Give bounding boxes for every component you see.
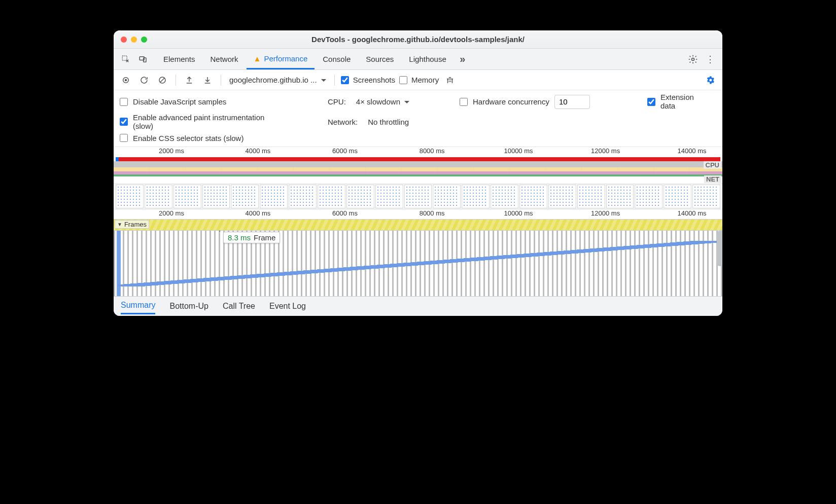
- garbage-collect-icon[interactable]: [443, 73, 457, 87]
- frames-bars[interactable]: 8.3 ms Frame: [114, 231, 722, 297]
- tab-label: Console: [323, 55, 351, 63]
- tab-performance[interactable]: ▲ Performance: [247, 49, 315, 69]
- disable-js-samples-input[interactable]: [120, 98, 128, 106]
- flamechart-pane[interactable]: 2000 ms 4000 ms 6000 ms 8000 ms 10000 ms…: [114, 209, 722, 297]
- filmstrip-thumb[interactable]: [491, 185, 518, 208]
- memory-checkbox-input[interactable]: [399, 76, 407, 84]
- filmstrip-thumb[interactable]: [404, 185, 432, 208]
- kebab-menu-icon[interactable]: ⋮: [702, 51, 718, 67]
- checkbox-label: Screenshots: [353, 76, 395, 84]
- more-tabs-button[interactable]: »: [455, 51, 471, 67]
- settings-icon[interactable]: [685, 51, 701, 67]
- tab-summary[interactable]: Summary: [121, 298, 155, 314]
- frames-track-toggle[interactable]: Frames: [115, 220, 149, 229]
- overview-fps-bar: [119, 157, 720, 161]
- tab-label: Event Log: [269, 302, 306, 310]
- tab-console[interactable]: Console: [316, 49, 358, 69]
- network-value: No throttling: [368, 118, 409, 126]
- reload-record-button[interactable]: [137, 73, 151, 87]
- overview-pane[interactable]: 2000 ms 4000 ms 6000 ms 8000 ms 10000 ms…: [114, 147, 722, 209]
- profile-selector-dropdown[interactable]: googlechrome.github.io ...: [227, 75, 328, 85]
- filmstrip-thumb[interactable]: [318, 185, 345, 208]
- network-throttle: Network: No throttling: [328, 118, 647, 126]
- extension-data-checkbox[interactable]: Extension data: [647, 93, 716, 110]
- disable-js-samples-checkbox[interactable]: Disable JavaScript samples: [120, 97, 328, 106]
- clear-button[interactable]: [155, 73, 169, 87]
- device-toolbar-icon[interactable]: [135, 51, 151, 67]
- window-title: DevTools - googlechrome.github.io/devtoo…: [114, 35, 722, 44]
- overview-filmstrip[interactable]: [114, 184, 722, 209]
- dropdown-label: googlechrome.github.io ...: [229, 76, 317, 84]
- hardware-concurrency-input[interactable]: [460, 98, 468, 106]
- cpu-label: CPU:: [328, 97, 346, 106]
- frames-track[interactable]: Frames: [114, 220, 722, 231]
- cpu-throttle-dropdown[interactable]: 4× slowdown: [354, 96, 411, 107]
- warning-icon: ▲: [254, 54, 261, 63]
- screenshots-checkbox-input[interactable]: [341, 76, 349, 84]
- filmstrip-thumb[interactable]: [577, 185, 605, 208]
- checkbox-label: Enable advanced paint instrumentation (s…: [133, 113, 265, 131]
- memory-checkbox[interactable]: Memory: [399, 76, 439, 84]
- tab-lighthouse[interactable]: Lighthouse: [402, 49, 453, 69]
- filmstrip-thumb[interactable]: [692, 185, 720, 208]
- panel-tabbar: Elements Network ▲ Performance Console S…: [114, 49, 722, 70]
- tab-label: Elements: [163, 55, 195, 63]
- checkbox-label: Extension data: [660, 93, 706, 110]
- ruler-tick: 6000 ms: [332, 147, 358, 155]
- zoom-window-button[interactable]: [141, 37, 147, 43]
- filmstrip-thumb[interactable]: [231, 185, 259, 208]
- hardware-concurrency-checkbox[interactable]: Hardware concurrency: [460, 95, 647, 109]
- css-selector-input[interactable]: [120, 134, 128, 142]
- extension-data-input[interactable]: [647, 98, 655, 106]
- adv-paint-input[interactable]: [120, 118, 128, 126]
- minimize-window-button[interactable]: [131, 37, 137, 43]
- tab-network[interactable]: Network: [203, 49, 246, 69]
- checkbox-label: Hardware concurrency: [473, 97, 549, 106]
- dropdown-label: 4× slowdown: [356, 97, 400, 106]
- filmstrip-thumb[interactable]: [173, 185, 201, 208]
- tooltip-label: Frame: [254, 233, 275, 242]
- filmstrip-thumb[interactable]: [519, 185, 547, 208]
- capture-settings-icon[interactable]: [703, 73, 717, 87]
- ruler-tick: 6000 ms: [332, 209, 358, 217]
- filmstrip-thumb[interactable]: [260, 185, 288, 208]
- filmstrip-thumb[interactable]: [548, 185, 576, 208]
- tab-elements[interactable]: Elements: [156, 49, 202, 69]
- tab-sources[interactable]: Sources: [359, 49, 401, 69]
- filmstrip-thumb[interactable]: [635, 185, 663, 208]
- css-selector-checkbox[interactable]: Enable CSS selector stats (slow): [120, 134, 328, 142]
- adv-paint-checkbox[interactable]: Enable advanced paint instrumentation (s…: [120, 113, 328, 131]
- ruler-tick: 12000 ms: [591, 209, 620, 217]
- screenshots-checkbox[interactable]: Screenshots: [341, 76, 395, 84]
- record-button[interactable]: [119, 73, 133, 87]
- close-window-button[interactable]: [121, 37, 127, 43]
- tab-event-log[interactable]: Event Log: [269, 299, 306, 314]
- flame-scrollbar[interactable]: [717, 231, 722, 266]
- tab-label: Bottom-Up: [169, 302, 208, 310]
- filmstrip-thumb[interactable]: [433, 185, 461, 208]
- ruler-tick: 10000 ms: [504, 147, 533, 155]
- filmstrip-thumb[interactable]: [145, 185, 172, 208]
- filmstrip-thumb[interactable]: [346, 185, 374, 208]
- flame-ruler[interactable]: 2000 ms 4000 ms 6000 ms 8000 ms 10000 ms…: [114, 209, 722, 220]
- net-lane-label: NET: [704, 175, 721, 183]
- filmstrip-thumb[interactable]: [202, 185, 230, 208]
- upload-profile-button[interactable]: [182, 73, 196, 87]
- ruler-tick: 4000 ms: [245, 209, 270, 217]
- filmstrip-thumb[interactable]: [664, 185, 691, 208]
- inspect-element-icon[interactable]: [118, 51, 134, 67]
- traffic-lights: [121, 37, 147, 43]
- ruler-tick: 12000 ms: [591, 147, 620, 155]
- filmstrip-thumb[interactable]: [462, 185, 490, 208]
- perf-toolbar: googlechrome.github.io ... Screenshots M…: [114, 70, 722, 90]
- filmstrip-thumb[interactable]: [375, 185, 403, 208]
- filmstrip-thumb[interactable]: [116, 185, 144, 208]
- filmstrip-thumb[interactable]: [289, 185, 317, 208]
- download-profile-button[interactable]: [200, 73, 215, 87]
- tab-call-tree[interactable]: Call Tree: [223, 299, 255, 314]
- hardware-concurrency-field[interactable]: [554, 95, 590, 109]
- devtools-window: DevTools - googlechrome.github.io/devtoo…: [114, 30, 722, 316]
- overview-ruler[interactable]: 2000 ms 4000 ms 6000 ms 8000 ms 10000 ms…: [114, 147, 722, 157]
- tab-bottom-up[interactable]: Bottom-Up: [169, 299, 208, 314]
- filmstrip-thumb[interactable]: [606, 185, 634, 208]
